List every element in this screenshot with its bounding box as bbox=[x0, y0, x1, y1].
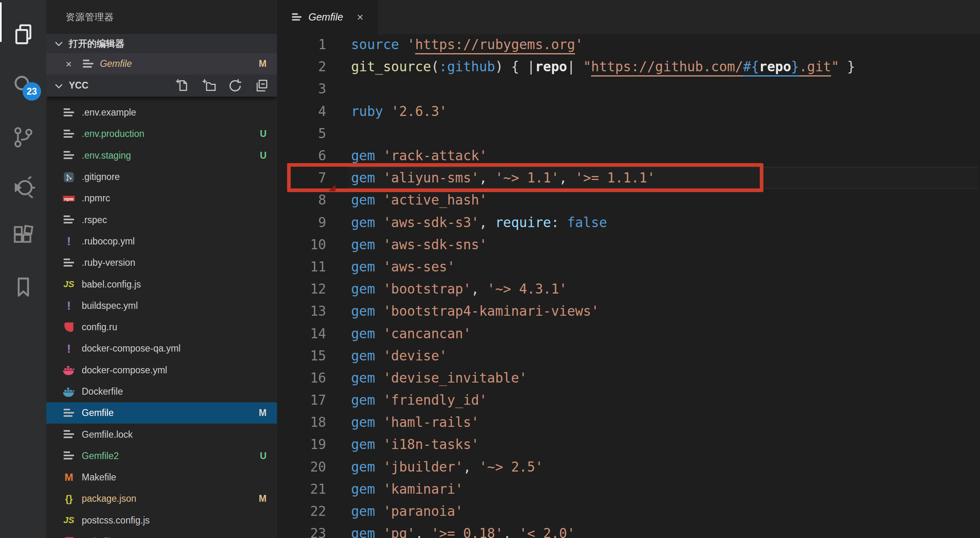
file-row-.env.production[interactable]: .env.productionU bbox=[46, 123, 277, 145]
line-source: gem 'rack-attack' bbox=[351, 148, 487, 163]
line-source: gem 'kaminari' bbox=[351, 481, 463, 497]
file-lines-icon bbox=[292, 13, 301, 21]
file-row-gemfile.lock[interactable]: Gemfile.lock bbox=[46, 424, 277, 445]
file-name: .rspec bbox=[82, 215, 107, 226]
file-lines-icon bbox=[62, 427, 76, 442]
activity-search-icon[interactable] bbox=[0, 62, 46, 109]
code-line-20[interactable]: 20gem 'jbuilder', '~> 2.5' bbox=[277, 456, 980, 478]
modified-badge: M bbox=[259, 58, 267, 69]
line-source: gem 'haml-rails' bbox=[351, 414, 479, 430]
tab-gemfile[interactable]: Gemfile × bbox=[277, 0, 378, 34]
git-status-badge: U bbox=[260, 150, 267, 161]
code-line-19[interactable]: 19gem 'i18n-tasks' bbox=[277, 433, 980, 455]
file-row-.rubocop.yml[interactable]: !.rubocop.yml bbox=[46, 231, 277, 252]
code-line-10[interactable]: 10gem 'aws-sdk-sns' bbox=[277, 234, 980, 256]
file-name: Rakefile bbox=[82, 536, 115, 538]
files-icon bbox=[11, 22, 36, 47]
activity-files-icon[interactable] bbox=[0, 11, 46, 58]
line-source: gem 'bootstrap', '~> 4.3.1' bbox=[351, 281, 567, 297]
activity-source-control-icon[interactable] bbox=[0, 113, 46, 161]
line-source: gem 'active_hash' bbox=[351, 192, 487, 208]
file-row-.ruby-version[interactable]: .ruby-version bbox=[46, 252, 277, 273]
file-row-.rspec[interactable]: .rspec bbox=[46, 209, 277, 230]
js-icon: JS bbox=[62, 277, 76, 292]
code-line-8[interactable]: 8gem 'active_hash' bbox=[277, 189, 980, 211]
open-editors-header[interactable]: 打开的编辑器 bbox=[46, 34, 277, 53]
code-line-7[interactable]: 7gem 'aliyun-sms', '~> 1.1', '>= 1.1.1' bbox=[277, 167, 980, 189]
file-name: Gemfile.lock bbox=[82, 429, 133, 440]
chevron-down-icon bbox=[54, 81, 64, 91]
file-row-package.json[interactable]: {}package.jsonM bbox=[46, 488, 277, 509]
code-line-22[interactable]: 22gem 'paranoia' bbox=[277, 500, 980, 522]
collapse-all-icon[interactable] bbox=[254, 78, 270, 94]
code-line-9[interactable]: 9gem 'aws-sdk-s3', require: false bbox=[277, 211, 980, 234]
git-icon bbox=[62, 170, 76, 184]
line-number: 17 bbox=[277, 392, 326, 408]
file-row-docker-compose-qa.yml[interactable]: !docker-compose-qa.yml bbox=[46, 338, 277, 359]
file-name: buildspec.yml bbox=[82, 300, 138, 311]
code-line-18[interactable]: 18gem 'haml-rails' bbox=[277, 411, 980, 433]
refresh-icon[interactable] bbox=[227, 78, 243, 94]
code-line-1[interactable]: 1source 'https://rubygems.org' bbox=[277, 33, 980, 56]
file-row-buildspec.yml[interactable]: !buildspec.yml bbox=[46, 295, 277, 317]
new-folder-icon[interactable] bbox=[201, 78, 217, 94]
file-row-gemfile[interactable]: GemfileM bbox=[46, 402, 277, 424]
bookmark-icon bbox=[11, 275, 36, 300]
code-line-6[interactable]: 6gem 'rack-attack' bbox=[277, 145, 980, 167]
code-line-23[interactable]: 23gem 'pg', '>= 0.18', '< 2.0' bbox=[277, 522, 980, 538]
file-name: .env.example bbox=[82, 107, 136, 118]
close-icon[interactable]: × bbox=[66, 59, 72, 69]
sidebar-sections: 打开的编辑器 × Gemfile M YCC bbox=[46, 34, 277, 97]
activity-extensions-icon[interactable] bbox=[0, 213, 46, 260]
close-icon[interactable]: × bbox=[357, 12, 363, 23]
file-row-gemfile2[interactable]: Gemfile2U bbox=[46, 445, 277, 467]
workspace-section-header[interactable]: YCC bbox=[46, 74, 277, 97]
line-number: 15 bbox=[277, 348, 326, 364]
file-row-.npmrc[interactable]: npm.npmrc bbox=[46, 188, 277, 209]
docker-blue-icon bbox=[62, 385, 76, 399]
file-row-makefile[interactable]: MMakefile bbox=[46, 467, 277, 488]
file-lines-icon bbox=[62, 449, 76, 463]
file-row-babel.config.js[interactable]: JSbabel.config.js bbox=[46, 273, 277, 295]
code-line-5[interactable]: 5 bbox=[277, 122, 980, 145]
file-name: .env.production bbox=[82, 128, 145, 139]
activity-bookmark-icon[interactable] bbox=[0, 263, 46, 311]
file-row-.gitignore[interactable]: .gitignore bbox=[46, 166, 277, 188]
code-line-14[interactable]: 14gem 'cancancan' bbox=[277, 322, 980, 344]
file-row-postcss.config.js[interactable]: JSpostcss.config.js bbox=[46, 510, 277, 531]
code-line-4[interactable]: 4ruby '2.6.3' bbox=[277, 100, 980, 122]
line-source: gem 'aws-sdk-sns' bbox=[351, 237, 487, 252]
code-line-21[interactable]: 21gem 'kaminari' bbox=[277, 478, 980, 500]
code-line-2[interactable]: 2git_source(:github) { |repo| "https://g… bbox=[277, 56, 980, 78]
file-row-dockerfile[interactable]: Dockerfile bbox=[46, 381, 277, 402]
code-line-15[interactable]: 15gem 'devise' bbox=[277, 345, 980, 367]
file-row-rakefile[interactable]: Rakefile bbox=[46, 531, 277, 538]
ruby-icon bbox=[62, 535, 76, 538]
file-name: Makefile bbox=[82, 472, 116, 483]
file-row-docker-compose.yml[interactable]: docker-compose.yml bbox=[46, 360, 277, 381]
code-line-16[interactable]: 16gem 'devise_invitable' bbox=[277, 367, 980, 389]
code-area[interactable]: 1source 'https://rubygems.org'2git_sourc… bbox=[277, 33, 980, 538]
workspace-name: YCC bbox=[69, 80, 89, 91]
open-editor-item-gemfile[interactable]: × Gemfile M bbox=[46, 53, 277, 74]
code-line-12[interactable]: 12gem 'bootstrap', '~> 4.3.1' bbox=[277, 278, 980, 300]
file-row-config.ru[interactable]: config.ru bbox=[46, 317, 277, 338]
git-status-badge: M bbox=[259, 493, 267, 504]
file-name: config.ru bbox=[82, 322, 117, 333]
line-source: gem 'devise' bbox=[351, 348, 447, 364]
code-line-11[interactable]: 11gem 'aws-ses' bbox=[277, 256, 980, 278]
activity-bar: 23 bbox=[0, 0, 46, 538]
file-row-.env.example[interactable]: .env.example bbox=[46, 102, 277, 123]
file-name: .rubocop.yml bbox=[82, 236, 135, 247]
git-status-badge: M bbox=[259, 408, 267, 418]
line-number: 21 bbox=[277, 481, 326, 497]
file-row-.env.staging[interactable]: .env.stagingU bbox=[46, 145, 277, 166]
activity-debug-icon[interactable] bbox=[0, 163, 46, 211]
line-number: 23 bbox=[277, 526, 326, 538]
line-source: gem 'paranoia' bbox=[351, 503, 463, 519]
code-line-13[interactable]: 13gem 'bootstrap4-kaminari-views' bbox=[277, 300, 980, 322]
code-line-3[interactable]: 3 bbox=[277, 78, 980, 100]
new-file-icon[interactable] bbox=[174, 78, 190, 94]
vscode-window: 23 资源管理器 打开的编辑器 × Gemfile M YCC bbox=[0, 0, 980, 538]
code-line-17[interactable]: 17gem 'friendly_id' bbox=[277, 389, 980, 411]
